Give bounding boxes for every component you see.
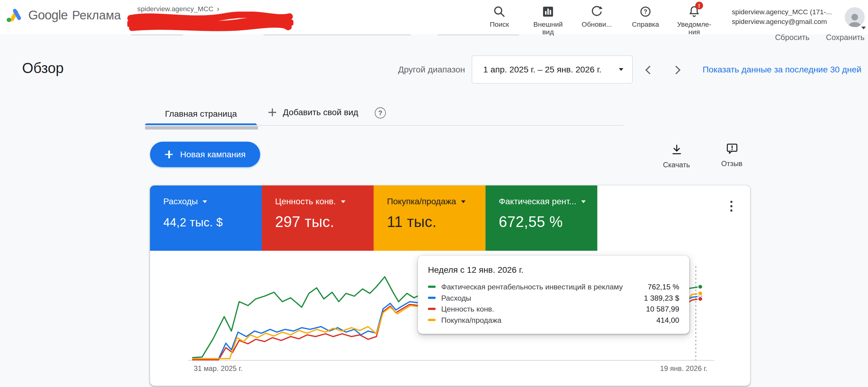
caret-down-icon bbox=[203, 200, 207, 203]
chevron-right-icon bbox=[672, 65, 680, 74]
tooltip-row: Фактическая рентабельность инвестиций в … bbox=[428, 281, 679, 292]
feedback-button[interactable]: Отзыв bbox=[714, 142, 749, 168]
svg-text:?: ? bbox=[644, 8, 647, 15]
scorecard-label: Фактическая рент... bbox=[499, 196, 577, 206]
scorecard-cost[interactable]: Расходы 44,2 тыс. $ bbox=[150, 186, 262, 251]
clipped-field-underline bbox=[264, 34, 411, 35]
header-nav: Поиск Внешний вид Обнови... ? Справка bbox=[475, 4, 719, 36]
scorecard-value: 44,2 тыс. $ bbox=[163, 216, 252, 229]
kebab-icon bbox=[730, 200, 733, 212]
download-icon bbox=[670, 143, 683, 158]
nav-label: Справка bbox=[625, 21, 666, 29]
tooltip-row: Покупка/продажа 414,00 bbox=[428, 314, 679, 325]
scorecards: Расходы 44,2 тыс. $ Ценность конв. 297 т… bbox=[150, 186, 597, 251]
date-range-select[interactable]: 1 апр. 2025 г. – 25 янв. 2026 г. bbox=[472, 56, 633, 84]
chevron-left-icon bbox=[645, 65, 653, 74]
series-swatch bbox=[428, 319, 436, 321]
scorecard-label: Ценность конв. bbox=[275, 196, 336, 206]
series-swatch bbox=[428, 286, 436, 288]
page-title: Обзор bbox=[22, 60, 64, 77]
add-view-label: Добавить свой вид bbox=[283, 107, 358, 117]
prev-range-button[interactable] bbox=[639, 61, 658, 78]
reset-button-label: Сбросить bbox=[775, 34, 809, 41]
nav-label: Обнови... bbox=[576, 21, 617, 29]
series-swatch bbox=[428, 308, 436, 310]
app-header: Google Реклама spiderview.agency_MCC Пои… bbox=[0, 0, 868, 34]
last-30-days-link[interactable]: Показать данные за последние 30 дней bbox=[703, 65, 861, 75]
nav-label: Уведомле-ния bbox=[674, 21, 715, 36]
account-name: spiderview.agency_MCC (171-... bbox=[732, 8, 842, 17]
account-email: spiderview.agency@gmail.com bbox=[732, 17, 842, 27]
google-ads-app: Google Реклама spiderview.agency_MCC Пои… bbox=[0, 0, 868, 387]
scorecard-purchase[interactable]: Покупка/продажа 11 тыс. bbox=[374, 186, 486, 251]
new-campaign-label: Новая кампания bbox=[180, 150, 246, 159]
date-range-label: Другой диапазон bbox=[391, 65, 465, 75]
caret-down-icon bbox=[581, 200, 586, 203]
scorecard-conv-value[interactable]: Ценность конв. 297 тыс. bbox=[262, 186, 374, 251]
chart-tooltip: Неделя с 12 янв. 2026 г. Фактическая рен… bbox=[418, 256, 689, 334]
view-tabs: Главная страница Добавить свой вид bbox=[145, 102, 623, 130]
new-campaign-button[interactable]: Новая кампания bbox=[150, 142, 260, 167]
series-value: 10 587,99 bbox=[646, 305, 679, 313]
scorecard-value: 297 тыс. bbox=[275, 214, 364, 231]
nav-refresh-button[interactable]: Обнови... bbox=[572, 4, 621, 36]
avatar-image bbox=[845, 7, 865, 27]
notifications-icon bbox=[687, 4, 701, 19]
next-range-button[interactable] bbox=[668, 61, 686, 78]
nav-label: Поиск bbox=[479, 21, 520, 29]
date-range-caret-icon bbox=[619, 68, 623, 71]
brand-google: Google bbox=[28, 8, 68, 23]
nav-help-button[interactable]: ? Справка bbox=[621, 4, 670, 36]
save-button[interactable]: Сохранить bbox=[826, 34, 864, 46]
search-icon bbox=[492, 4, 506, 19]
series-name: Расходы bbox=[441, 294, 644, 302]
nav-notifications-button[interactable]: Уведомле-ния bbox=[670, 4, 719, 36]
x-axis-end-label: 19 янв. 2026 г. bbox=[660, 364, 708, 373]
tabs-help-icon[interactable] bbox=[375, 107, 386, 119]
scorecard-value: 672,55 % bbox=[499, 214, 587, 231]
download-button[interactable]: Скачать bbox=[659, 143, 694, 169]
scorecard-label: Расходы bbox=[163, 196, 198, 206]
series-value: 414,00 bbox=[656, 316, 679, 324]
clipped-field-underline bbox=[131, 34, 183, 35]
nav-appearance-button[interactable]: Внешний вид bbox=[524, 4, 572, 36]
save-button-label: Сохранить bbox=[826, 34, 864, 41]
scorecard-value: 11 тыс. bbox=[387, 214, 475, 231]
brand[interactable]: Google Реклама bbox=[5, 7, 121, 23]
active-tab-indicator bbox=[145, 123, 257, 125]
avatar[interactable] bbox=[845, 7, 865, 27]
series-value: 1 389,23 $ bbox=[644, 294, 680, 302]
caret-down-icon bbox=[341, 200, 345, 203]
avatar-caret-icon bbox=[861, 27, 866, 29]
date-range-value: 1 апр. 2025 г. – 25 янв. 2026 г. bbox=[484, 65, 601, 74]
x-axis-start-label: 31 мар. 2025 г. bbox=[194, 364, 243, 373]
tooltip-row: Расходы 1 389,23 $ bbox=[428, 292, 679, 303]
tab-home-label: Главная страница bbox=[165, 109, 237, 119]
google-ads-logo-icon bbox=[5, 7, 23, 23]
tooltip-title: Неделя с 12 янв. 2026 г. bbox=[428, 265, 679, 275]
brand-product: Реклама bbox=[72, 8, 121, 22]
scorecard-roas[interactable]: Фактическая рент... 672,55 % bbox=[486, 186, 597, 251]
scorecard-label: Покупка/продажа bbox=[387, 196, 456, 206]
appearance-icon bbox=[541, 4, 555, 19]
reset-button[interactable]: Сбросить bbox=[775, 34, 809, 46]
plus-icon bbox=[164, 150, 173, 159]
feedback-icon bbox=[725, 142, 738, 156]
caret-down-icon bbox=[461, 200, 466, 203]
notification-badge bbox=[695, 1, 703, 9]
download-label: Скачать bbox=[663, 161, 690, 169]
series-name: Ценность конв. bbox=[441, 305, 646, 313]
tabs-scrollbar-thumb[interactable] bbox=[145, 126, 258, 129]
tooltip-row: Ценность конв. 10 587,99 bbox=[428, 303, 679, 315]
nav-label: Внешний вид bbox=[528, 21, 568, 36]
series-name: Фактическая рентабельность инвестиций в … bbox=[441, 283, 648, 291]
help-icon: ? bbox=[638, 4, 652, 19]
plus-icon bbox=[268, 108, 277, 117]
card-menu-button[interactable] bbox=[723, 198, 739, 214]
refresh-icon bbox=[589, 4, 604, 19]
tab-home[interactable]: Главная страница bbox=[145, 102, 257, 125]
account-info[interactable]: spiderview.agency_MCC (171-... spidervie… bbox=[732, 8, 842, 27]
add-view-tab[interactable]: Добавить свой вид bbox=[268, 107, 358, 117]
nav-search-button[interactable]: Поиск bbox=[475, 4, 524, 36]
series-value: 762,15 % bbox=[648, 283, 679, 291]
